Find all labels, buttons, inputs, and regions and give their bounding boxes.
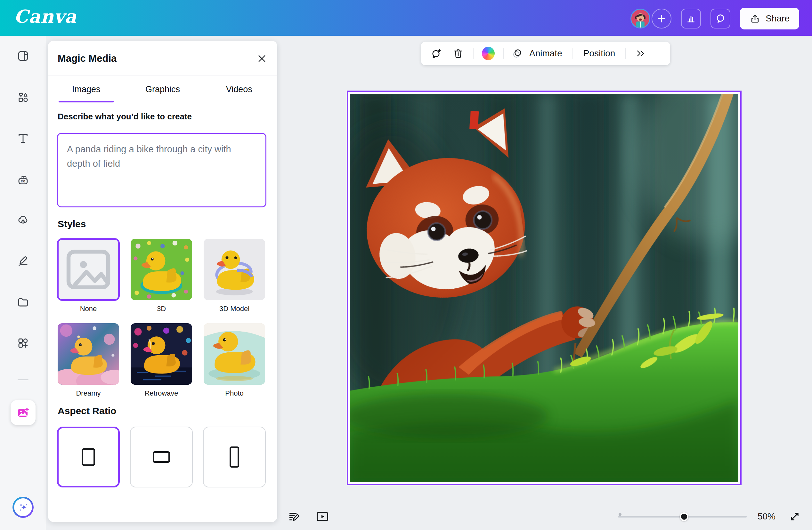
bottom-bar: 50%	[46, 502, 812, 530]
ai-assistant-ring	[13, 497, 34, 518]
style-label: 3D	[157, 305, 166, 313]
close-icon	[257, 53, 267, 64]
more-options-button[interactable]	[634, 46, 648, 60]
styles-heading: Styles	[58, 219, 86, 230]
sidebar-item-apps[interactable]	[10, 330, 36, 356]
style-thumb-none	[57, 238, 120, 301]
zoom-slider[interactable]	[618, 509, 747, 525]
color-picker-button[interactable]	[481, 46, 495, 60]
comments-button[interactable]	[710, 9, 730, 29]
style-option-photo[interactable]: Photo	[203, 323, 266, 398]
delete-button[interactable]	[451, 46, 465, 60]
ai-assistant-button[interactable]	[10, 495, 36, 520]
style-option-none[interactable]: None	[57, 238, 120, 313]
canva-logo[interactable]: Canva	[14, 6, 76, 27]
sparkles-icon	[17, 501, 29, 513]
toolbar-divider	[503, 48, 504, 59]
sidebar-divider	[18, 379, 29, 380]
style-option-retrowave[interactable]: Retrowave	[130, 323, 193, 398]
color-wheel-icon	[482, 47, 495, 60]
sidebar-item-magic-media[interactable]	[10, 400, 36, 425]
position-button[interactable]: Position	[581, 48, 618, 59]
style-thumb-3d	[130, 238, 193, 301]
tab-images[interactable]: Images	[48, 76, 125, 102]
share-label: Share	[766, 13, 789, 24]
plus-icon	[656, 13, 667, 24]
zoom-level[interactable]: 50%	[757, 512, 775, 522]
notes-button[interactable]	[286, 508, 303, 525]
style-thumb-retrowave	[130, 323, 193, 385]
share-button[interactable]: Share	[740, 8, 799, 29]
zoom-slider-knob[interactable]	[680, 512, 688, 521]
aspect-ratio-heading: Aspect Ratio	[58, 406, 116, 416]
svg-text:co: co	[21, 179, 25, 183]
tab-videos[interactable]: Videos	[201, 76, 277, 102]
toolbar-divider	[572, 48, 573, 59]
style-label: None	[80, 305, 97, 313]
cloud-upload-icon	[17, 213, 29, 226]
notes-pencil-icon	[288, 510, 301, 523]
comment-plus-icon	[431, 48, 442, 59]
sidebar-item-brand[interactable]: co	[10, 167, 36, 192]
present-button[interactable]	[314, 508, 331, 525]
magic-media-active-card	[11, 400, 35, 425]
aspect-option-square[interactable]	[57, 427, 120, 487]
square-ratio-icon	[82, 448, 95, 466]
left-sidebar: co	[0, 36, 46, 530]
user-avatar[interactable]	[630, 9, 650, 29]
prompt-input[interactable]	[57, 133, 266, 207]
panel-close-button[interactable]	[255, 51, 269, 65]
design-icon	[17, 49, 29, 62]
share-upload-icon	[750, 13, 760, 24]
comment-add-button[interactable]	[430, 46, 444, 60]
elements-icon	[17, 91, 29, 104]
style-label: 3D Model	[219, 305, 249, 313]
folder-icon	[17, 295, 29, 308]
animate-label: Animate	[527, 48, 565, 59]
insights-button[interactable]	[681, 9, 701, 29]
style-label: Retrowave	[144, 389, 178, 398]
aspect-option-portrait[interactable]	[203, 427, 266, 487]
top-header: Canva	[0, 0, 812, 36]
panel-tabs: Images Graphics Videos	[48, 76, 277, 102]
style-option-dreamy[interactable]: Dreamy	[57, 323, 120, 398]
bar-chart-icon	[685, 13, 697, 24]
magic-media-icon	[16, 406, 30, 419]
apps-plus-icon	[17, 337, 29, 350]
tab-graphics[interactable]: Graphics	[125, 76, 201, 102]
style-thumb-dreamy	[57, 323, 120, 385]
style-option-3d[interactable]: 3D	[130, 238, 193, 313]
style-option-3d-model[interactable]: 3D Model	[203, 238, 266, 313]
sidebar-item-text[interactable]	[10, 126, 36, 151]
image-placeholder-icon	[59, 240, 118, 299]
animate-icon	[511, 48, 523, 59]
style-thumb-3d-model	[203, 238, 266, 301]
aspect-ratio-grid	[57, 427, 268, 487]
add-member-button[interactable]	[652, 9, 671, 29]
sidebar-item-design[interactable]	[10, 43, 36, 69]
brand-co-icon: co	[17, 173, 29, 186]
sidebar-item-projects[interactable]	[10, 289, 36, 314]
animate-button[interactable]: Animate	[511, 48, 565, 59]
expand-icon	[788, 511, 801, 522]
play-video-icon	[315, 509, 330, 524]
styles-grid: None 3D	[57, 238, 268, 398]
style-label: Photo	[225, 389, 244, 398]
magic-media-panel: Magic Media Images Graphics Videos Descr…	[48, 41, 277, 522]
element-toolbar: Animate Position	[421, 42, 670, 65]
toolbar-divider	[625, 48, 626, 59]
panel-header: Magic Media	[48, 41, 277, 76]
aspect-option-landscape[interactable]	[130, 427, 193, 487]
canvas-image-red-panda[interactable]	[350, 94, 738, 482]
fullscreen-button[interactable]	[786, 508, 803, 525]
speech-bubble-icon	[715, 13, 726, 24]
sidebar-item-draw[interactable]	[10, 248, 36, 274]
toolbar-divider	[473, 48, 474, 59]
selection-frame[interactable]	[347, 91, 742, 485]
panel-title: Magic Media	[58, 53, 117, 64]
style-thumb-photo	[203, 323, 266, 385]
sidebar-item-elements[interactable]	[10, 85, 36, 110]
style-label: Dreamy	[76, 389, 101, 398]
sidebar-item-uploads[interactable]	[10, 207, 36, 232]
zoom-fit-marker	[619, 513, 622, 516]
